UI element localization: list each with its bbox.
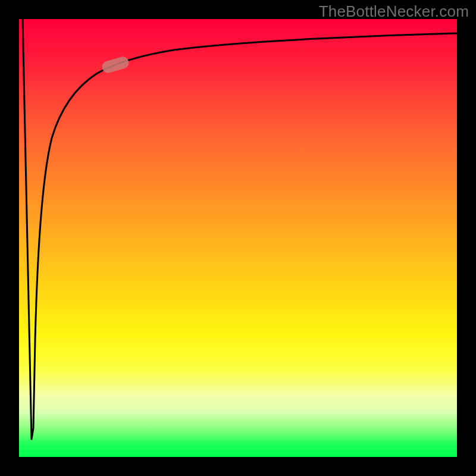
watermark-text: TheBottleNecker.com: [319, 2, 469, 21]
outer-frame: TheBottleNecker.com: [0, 0, 476, 476]
plot-area: [19, 19, 457, 457]
gradient-background: [19, 19, 457, 457]
